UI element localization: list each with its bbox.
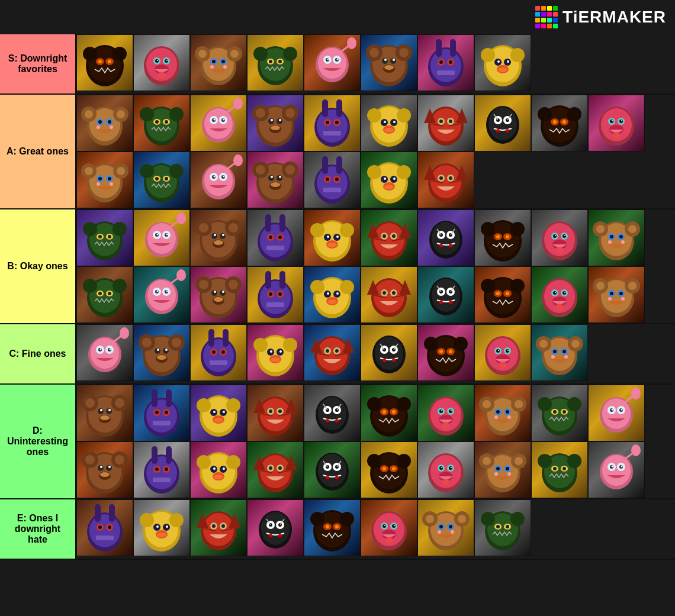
logo-cell-12 [535, 24, 540, 28]
svg-line-732 [549, 456, 551, 461]
svg-point-666 [197, 455, 211, 469]
svg-point-177 [621, 120, 622, 121]
tier-item [76, 385, 133, 441]
tier-item [361, 209, 417, 266]
tier-item [304, 266, 361, 323]
svg-point-651 [100, 466, 102, 468]
svg-rect-751 [96, 536, 114, 540]
svg-rect-125 [322, 99, 328, 117]
svg-point-444 [596, 282, 605, 290]
svg-point-499 [326, 349, 329, 353]
svg-point-339 [556, 247, 563, 254]
svg-point-500 [335, 349, 339, 353]
svg-point-14 [157, 60, 158, 61]
svg-point-716 [483, 457, 491, 465]
svg-point-328 [496, 235, 500, 238]
svg-point-630 [553, 410, 557, 414]
svg-point-784 [310, 512, 324, 526]
svg-point-108 [223, 119, 225, 121]
svg-point-248 [439, 176, 443, 180]
svg-point-220 [279, 176, 281, 178]
svg-point-165 [567, 107, 581, 121]
tier-item [304, 95, 361, 151]
svg-point-413 [432, 279, 460, 312]
svg-point-723 [507, 472, 511, 476]
svg-point-15 [166, 60, 168, 61]
svg-point-394 [310, 280, 324, 294]
svg-point-742 [631, 444, 641, 456]
tier-item [361, 324, 417, 381]
svg-rect-231 [323, 188, 341, 192]
svg-point-362 [147, 280, 176, 311]
svg-rect-563 [153, 421, 171, 425]
svg-point-481 [221, 350, 225, 354]
tier-item [531, 441, 588, 498]
svg-point-617 [515, 400, 523, 408]
svg-point-489 [270, 350, 272, 353]
tier-item [474, 209, 531, 266]
svg-point-6 [98, 60, 102, 63]
tier-row-s: S: Downright favorites [0, 34, 675, 95]
svg-point-581 [278, 409, 282, 413]
logo-cell-0 [535, 6, 540, 11]
svg-point-548 [115, 398, 124, 408]
tier-item [361, 441, 417, 498]
svg-point-46 [337, 59, 339, 60]
svg-point-382 [214, 297, 223, 302]
svg-point-88 [98, 120, 102, 124]
svg-rect-385 [265, 271, 271, 289]
svg-point-45 [327, 59, 329, 60]
svg-point-267 [157, 234, 159, 236]
svg-point-160 [496, 129, 500, 133]
svg-point-344 [596, 225, 605, 233]
svg-point-808 [439, 525, 443, 528]
svg-line-632 [549, 399, 551, 404]
svg-point-542 [564, 355, 568, 359]
svg-point-720 [496, 467, 500, 470]
logo-cell-2 [547, 6, 552, 11]
tier-item [417, 151, 474, 208]
tier-item [190, 34, 247, 91]
svg-point-255 [112, 222, 127, 236]
logo-cell-1 [541, 6, 546, 11]
svg-point-717 [515, 457, 523, 465]
tier-item [76, 266, 133, 323]
svg-point-554 [100, 415, 110, 420]
svg-point-819 [506, 525, 509, 528]
svg-point-515 [424, 337, 438, 351]
tier-item [588, 385, 645, 441]
tier-item [247, 266, 304, 323]
svg-point-164 [538, 107, 552, 121]
svg-point-607 [449, 409, 452, 413]
svg-point-647 [85, 455, 95, 465]
svg-point-67 [439, 60, 443, 64]
tier-item [133, 209, 190, 266]
svg-point-241 [384, 185, 394, 189]
svg-point-731 [562, 467, 566, 470]
svg-point-768 [212, 524, 216, 528]
svg-point-769 [221, 524, 225, 528]
svg-point-95 [169, 107, 184, 121]
svg-rect-386 [279, 271, 285, 289]
svg-rect-557 [152, 389, 158, 407]
svg-point-639 [612, 409, 613, 411]
svg-point-631 [562, 410, 566, 414]
svg-point-359 [108, 292, 111, 295]
tier-label-d: D: Uninteresting ones [0, 385, 75, 498]
svg-point-799 [385, 537, 393, 544]
svg-point-89 [108, 120, 111, 124]
svg-point-188 [98, 177, 102, 180]
svg-line-200 [152, 166, 153, 171]
tier-item [247, 385, 304, 441]
svg-point-596 [367, 397, 381, 411]
svg-point-693 [335, 476, 339, 479]
svg-point-345 [628, 225, 637, 233]
svg-point-85 [117, 110, 125, 118]
tier-item [247, 324, 304, 381]
svg-rect-663 [153, 478, 171, 482]
tier-content-a [75, 95, 675, 208]
tier-content-c [75, 324, 675, 383]
logo-cell-13 [541, 24, 546, 28]
svg-point-701 [392, 467, 396, 470]
svg-point-706 [439, 466, 443, 470]
